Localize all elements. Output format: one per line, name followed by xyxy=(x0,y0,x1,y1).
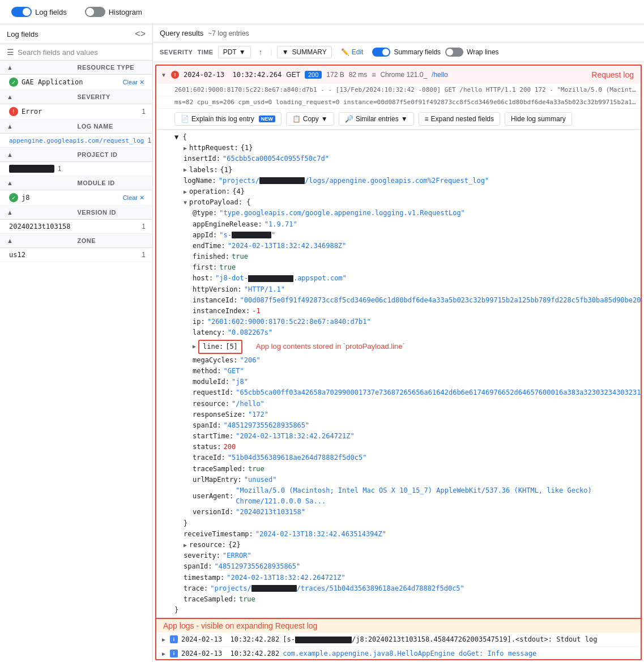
explain-button[interactable]: 📄 Explain this log entry xyxy=(174,112,282,126)
app-logs-visible-annotation: App logs - visible on expanding Request … xyxy=(161,620,319,631)
hide-summary-button[interactable]: Hide log summary xyxy=(505,112,572,126)
filter-project[interactable]: 1 xyxy=(0,162,152,176)
json-http-version: httpVersion: "HTTP/1.1" xyxy=(174,284,636,295)
section-version-id[interactable]: ▲ VERSION ID xyxy=(0,206,152,220)
search-input[interactable] xyxy=(18,48,146,57)
json-labels[interactable]: ▶ labels: {1} xyxy=(174,165,636,176)
chevron-icon-logname: ▲ xyxy=(7,123,75,130)
expand-main-icon[interactable]: ▼ xyxy=(161,72,167,78)
json-severity-field: severity: "ERROR" xyxy=(174,550,636,561)
json-trace-field: trace: "projects//traces/51b04d356389618… xyxy=(174,583,636,594)
similar-entries-button[interactable]: 🔎 Similar entries ▼ xyxy=(339,112,414,126)
json-line-field[interactable]: ▶ line: [5] App log contents stored in `… xyxy=(174,340,636,354)
copy-icon: 📋 xyxy=(292,115,301,123)
histogram-toggle[interactable]: Histogram xyxy=(80,5,147,19)
child-msg-1: [s-/j8:20240213t103158.45844726200354751… xyxy=(283,635,597,643)
wrap-lines-switch[interactable] xyxy=(445,48,463,57)
child-ts-2: 2024-02-13 10:32:42.282 xyxy=(181,650,279,657)
summary-label: SUMMARY xyxy=(292,48,327,56)
copy-label: Copy xyxy=(303,115,319,123)
filter-version[interactable]: 20240213t103158 1 xyxy=(0,220,152,234)
log-entry-main-header[interactable]: ▼ ! 2024-02-13 10:32:42.264 GET 200 172 … xyxy=(156,66,641,84)
j8-label: j8 xyxy=(22,194,118,202)
child-expand-2[interactable]: ► xyxy=(161,651,167,657)
json-version-id-field: versionId: "20240213t103158" xyxy=(174,507,636,518)
log-browser: Chrome 121.0_ xyxy=(380,71,427,79)
summary-fields-toggle[interactable]: Summary fields xyxy=(372,48,441,57)
json-proto-payload-open[interactable]: ▼ protoPayload: { xyxy=(174,197,636,208)
expand-nested-icon: ≡ xyxy=(425,115,429,123)
histogram-switch[interactable] xyxy=(85,7,105,17)
filter-zone[interactable]: us12 1 xyxy=(0,248,152,262)
copy-button[interactable]: 📋 Copy ▼ xyxy=(286,112,334,126)
section-module-id[interactable]: ▲ MODULE ID xyxy=(0,176,152,190)
summary-fields-switch[interactable] xyxy=(372,48,390,57)
section-label-zone: ZONE xyxy=(78,237,146,244)
json-resource-field: resource: "/hello" xyxy=(174,399,636,409)
log-path: /hello xyxy=(432,71,448,79)
chevron-icon-module: ▲ xyxy=(7,180,75,186)
error-count: 1 xyxy=(142,108,146,116)
expand-nested-button[interactable]: ≡ Expand nested fields xyxy=(419,112,500,126)
json-host: host: "j8-dot-.appspot.com" xyxy=(174,273,636,284)
json-type: @type: "type.googleapis.com/google.appen… xyxy=(174,208,636,219)
filter-j8[interactable]: ✓ j8 Clear ✕ xyxy=(0,190,152,206)
pdt-button[interactable]: PDT ▼ xyxy=(218,46,251,58)
project-id-redacted xyxy=(9,165,54,173)
project-count: 1 xyxy=(58,165,62,173)
log-fields-switch[interactable] xyxy=(11,7,32,17)
summary-toggle[interactable]: ▼ SUMMARY xyxy=(277,46,332,58)
action-bar: 📄 Explain this log entry 📋 Copy ▼ 🔎 Simi… xyxy=(156,109,641,130)
edit-button[interactable]: ✏️ Edit xyxy=(336,46,368,58)
json-operation[interactable]: ▶ operation: {4} xyxy=(174,186,636,197)
child-ts-1: 2024-02-13 10:32:42.282 xyxy=(181,635,279,643)
expand-nested-label: Expand nested fields xyxy=(431,115,494,123)
json-resource-obj[interactable]: ▶ resource: {2} xyxy=(174,540,636,550)
child-msg-2: com.example.appengine.java8.HelloAppEngi… xyxy=(283,650,536,657)
json-app-id: appId: "s-" xyxy=(174,230,636,241)
wrap-lines-toggle[interactable]: Wrap lines xyxy=(445,48,498,57)
log-icon-meta: ≡ xyxy=(372,71,376,79)
section-label-version: VERSION ID xyxy=(78,209,146,216)
filter-error[interactable]: ! Error 1 xyxy=(0,104,152,119)
section-project-id[interactable]: ▲ PROJECT ID xyxy=(0,148,152,162)
child-log-1[interactable]: ► i 2024-02-13 10:32:42.282 [s-/j8:20240… xyxy=(156,633,641,647)
similar-icon: 🔎 xyxy=(345,115,353,123)
request-log-annotation: Request log xyxy=(589,69,636,80)
sort-asc-button[interactable]: ↑ xyxy=(255,46,266,58)
section-label-logname: LOG NAME xyxy=(78,123,146,130)
json-response-size: responseSize: "172" xyxy=(174,409,636,420)
json-proto-payload-close: } xyxy=(174,518,636,529)
similar-label: Similar entries xyxy=(356,115,399,123)
json-root-close: } xyxy=(174,605,636,616)
code-icon[interactable]: <> xyxy=(135,29,146,39)
section-log-name[interactable]: ▲ LOG NAME xyxy=(0,119,152,134)
clear-module-button[interactable]: Clear ✕ xyxy=(122,194,146,202)
status-badge: 200 xyxy=(305,71,322,79)
json-start-time: startTime: "2024-02-13T18:32:42.264721Z" xyxy=(174,431,636,442)
chevron-icon-project: ▲ xyxy=(7,151,75,158)
json-status-field: status: 200 xyxy=(174,442,636,452)
request-log-count: 1 xyxy=(147,136,151,144)
summary-fields-label: Summary fields xyxy=(394,48,441,56)
log-fields-knob xyxy=(23,8,31,16)
filter-request-log[interactable]: appengine.googleapis.com/request_log 1 xyxy=(0,134,152,148)
section-resource-type[interactable]: ▲ RESOURCE TYPE xyxy=(0,61,152,75)
json-span-id: spanId: "4851297355628935865" xyxy=(174,420,636,431)
log-fields-toggle[interactable]: Log fields xyxy=(7,5,71,19)
json-end-time: endTime: "2024-02-13T18:32:42.346988Z" xyxy=(174,241,636,251)
json-http-request[interactable]: ▶ httpRequest: {1} xyxy=(174,143,636,153)
zone-label: us12 xyxy=(9,251,138,259)
section-zone[interactable]: ▲ ZONE xyxy=(0,234,152,248)
child-expand-1[interactable]: ► xyxy=(161,637,167,643)
search-box: ☰ xyxy=(0,44,152,61)
section-severity[interactable]: ▲ SEVERITY xyxy=(0,90,152,104)
pdt-label: PDT xyxy=(223,48,237,56)
filter-gae-application[interactable]: ✓ GAE Application Clear ✕ xyxy=(0,75,152,90)
child-log-entries: App logs - visible on expanding Request … xyxy=(156,618,641,660)
sidebar-header: Log fields <> xyxy=(0,24,152,44)
json-latency-field: latency: "0.082267s" xyxy=(174,327,636,338)
child-log-2[interactable]: ► i 2024-02-13 10:32:42.282 com.example.… xyxy=(156,647,641,660)
clear-gae-button[interactable]: Clear ✕ xyxy=(122,79,146,86)
json-trace-sampled2: traceSampled: true xyxy=(174,594,636,605)
